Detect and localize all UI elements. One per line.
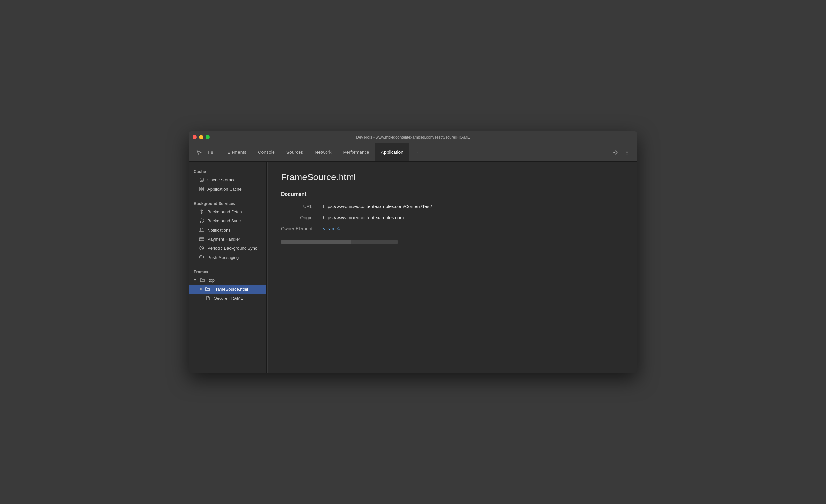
background-sync-label: Background Sync	[208, 218, 241, 224]
sidebar-section-cache: Cache	[189, 166, 266, 175]
frames-framesource-item[interactable]: FrameSource.html	[189, 285, 266, 294]
svg-rect-12	[199, 238, 204, 241]
sidebar-item-background-fetch[interactable]: Background Fetch	[189, 207, 266, 216]
arrows-icon	[199, 209, 204, 214]
svg-point-4	[627, 152, 628, 153]
close-button[interactable]	[192, 135, 197, 139]
card-icon	[199, 236, 204, 242]
svg-rect-0	[209, 151, 211, 154]
section-header: Document	[281, 192, 625, 197]
notifications-label: Notifications	[208, 228, 231, 233]
svg-point-5	[627, 153, 628, 154]
sidebar-item-push-messaging[interactable]: Push Messaging	[189, 253, 266, 262]
database-icon	[199, 177, 204, 182]
sidebar-item-application-cache[interactable]: Application Cache	[189, 184, 266, 193]
progress-bar-container	[281, 240, 398, 244]
progress-bar-fill	[281, 240, 351, 244]
toolbar: Elements Console Sources Network Perform…	[189, 143, 637, 162]
folder-icon	[200, 277, 205, 282]
svg-point-6	[200, 178, 203, 179]
toolbar-divider	[220, 148, 220, 157]
sidebar-section-frames: Frames	[189, 266, 266, 275]
maximize-button[interactable]	[205, 135, 210, 139]
payment-handler-label: Payment Handler	[208, 237, 240, 242]
sync-icon	[199, 218, 204, 224]
url-value: https://www.mixedcontentexamples.com/Con…	[322, 204, 625, 209]
folder-icon-framesource	[205, 287, 210, 292]
sidebar-item-periodic-background-sync[interactable]: Periodic Background Sync	[189, 244, 266, 253]
info-table: URL https://www.mixedcontentexamples.com…	[281, 204, 625, 231]
inspect-element-button[interactable]	[194, 147, 204, 158]
periodic-background-sync-label: Periodic Background Sync	[208, 246, 257, 251]
origin-label: Origin	[281, 215, 315, 220]
svg-rect-1	[212, 151, 213, 154]
sidebar-item-cache-storage[interactable]: Cache Storage	[189, 175, 266, 184]
cache-storage-label: Cache Storage	[208, 178, 236, 182]
frames-secureiframe-item[interactable]: SecureIFRAME	[189, 294, 266, 303]
sidebar-item-background-sync[interactable]: Background Sync	[189, 216, 266, 225]
owner-element-label: Owner Element	[281, 226, 315, 231]
minimize-button[interactable]	[199, 135, 203, 139]
chevron-down-icon	[194, 279, 196, 281]
grid-icon	[199, 186, 204, 192]
sidebar-section-bg-services: Background Services	[189, 197, 266, 207]
chevron-right-icon	[200, 288, 202, 290]
file-icon	[205, 296, 211, 301]
tab-console[interactable]: Console	[252, 143, 280, 161]
toolbar-right	[607, 147, 635, 158]
content-area: FrameSource.html Document URL https://ww…	[268, 162, 637, 373]
tab-network[interactable]: Network	[309, 143, 337, 161]
url-label: URL	[281, 204, 315, 209]
device-toolbar-button[interactable]	[205, 147, 216, 158]
sidebar-item-notifications[interactable]: Notifications	[189, 225, 266, 235]
title-bar: DevTools - www.mixedcontentexamples.com/…	[189, 131, 637, 143]
more-options-button[interactable]	[622, 147, 632, 158]
background-fetch-label: Background Fetch	[208, 209, 242, 214]
tab-list: Elements Console Sources Network Perform…	[222, 143, 607, 161]
secureiframe-label: SecureIFRAME	[214, 296, 243, 301]
settings-button[interactable]	[610, 147, 621, 158]
clock-icon	[199, 246, 204, 251]
tab-elements[interactable]: Elements	[222, 143, 252, 161]
main-content: Cache Cache Storage	[189, 162, 637, 373]
owner-element-value[interactable]: <iframe>	[322, 226, 625, 231]
tab-application[interactable]: Application	[375, 143, 409, 161]
svg-rect-8	[202, 187, 203, 189]
frames-top-item[interactable]: top	[189, 275, 266, 285]
traffic-lights	[192, 135, 210, 139]
push-messaging-label: Push Messaging	[208, 255, 239, 260]
origin-value: https://www.mixedcontentexamples.com	[322, 215, 625, 220]
sidebar-item-payment-handler[interactable]: Payment Handler	[189, 235, 266, 244]
content-title: FrameSource.html	[281, 172, 625, 182]
bell-icon	[199, 227, 204, 233]
svg-rect-7	[200, 187, 201, 189]
devtools-window: DevTools - www.mixedcontentexamples.com/…	[189, 131, 637, 373]
toolbar-icon-group	[191, 147, 219, 158]
svg-rect-10	[202, 189, 203, 191]
cloud-icon	[199, 255, 204, 260]
tab-sources[interactable]: Sources	[281, 143, 309, 161]
frames-top-label: top	[209, 278, 215, 282]
framesource-label: FrameSource.html	[213, 287, 248, 292]
svg-rect-9	[200, 189, 201, 191]
window-title: DevTools - www.mixedcontentexamples.com/…	[356, 135, 470, 139]
svg-point-2	[614, 151, 616, 153]
tab-more[interactable]: »	[409, 143, 423, 161]
application-cache-label: Application Cache	[208, 187, 242, 192]
svg-point-3	[627, 150, 628, 151]
tab-performance[interactable]: Performance	[337, 143, 375, 161]
sidebar: Cache Cache Storage	[189, 162, 267, 373]
